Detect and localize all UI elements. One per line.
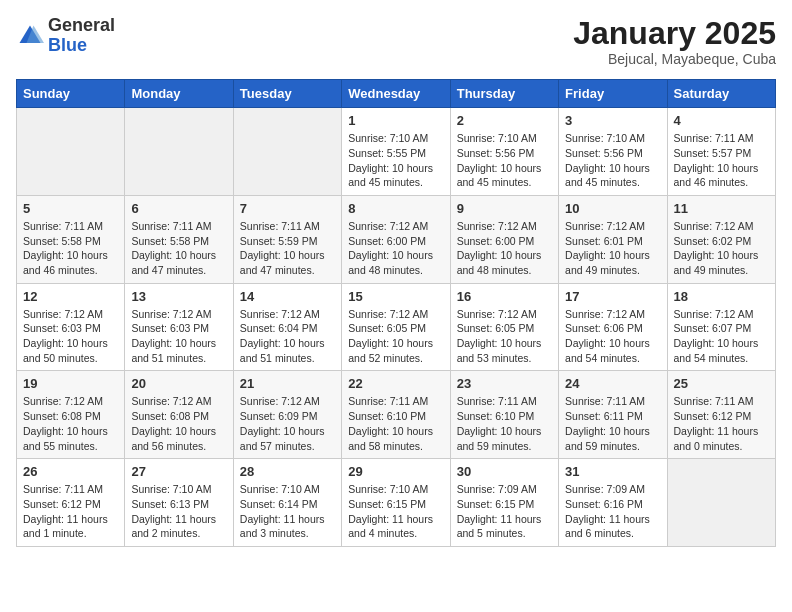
calendar-cell <box>125 108 233 196</box>
day-info: Sunrise: 7:11 AM Sunset: 5:59 PM Dayligh… <box>240 219 335 278</box>
calendar-cell: 11Sunrise: 7:12 AM Sunset: 6:02 PM Dayli… <box>667 195 775 283</box>
day-info: Sunrise: 7:11 AM Sunset: 5:57 PM Dayligh… <box>674 131 769 190</box>
calendar-cell <box>17 108 125 196</box>
day-info: Sunrise: 7:09 AM Sunset: 6:15 PM Dayligh… <box>457 482 552 541</box>
calendar-cell: 25Sunrise: 7:11 AM Sunset: 6:12 PM Dayli… <box>667 371 775 459</box>
day-info: Sunrise: 7:11 AM Sunset: 6:10 PM Dayligh… <box>457 394 552 453</box>
day-number: 22 <box>348 376 443 391</box>
day-number: 5 <box>23 201 118 216</box>
weekday-header-saturday: Saturday <box>667 80 775 108</box>
calendar-cell: 23Sunrise: 7:11 AM Sunset: 6:10 PM Dayli… <box>450 371 558 459</box>
day-info: Sunrise: 7:11 AM Sunset: 6:12 PM Dayligh… <box>674 394 769 453</box>
logo-icon <box>16 22 44 50</box>
logo-blue: Blue <box>48 36 115 56</box>
day-info: Sunrise: 7:12 AM Sunset: 6:03 PM Dayligh… <box>23 307 118 366</box>
calendar-cell: 12Sunrise: 7:12 AM Sunset: 6:03 PM Dayli… <box>17 283 125 371</box>
day-info: Sunrise: 7:12 AM Sunset: 6:01 PM Dayligh… <box>565 219 660 278</box>
day-number: 2 <box>457 113 552 128</box>
calendar-cell <box>667 459 775 547</box>
calendar-cell: 6Sunrise: 7:11 AM Sunset: 5:58 PM Daylig… <box>125 195 233 283</box>
day-info: Sunrise: 7:12 AM Sunset: 6:02 PM Dayligh… <box>674 219 769 278</box>
day-info: Sunrise: 7:12 AM Sunset: 6:08 PM Dayligh… <box>23 394 118 453</box>
day-number: 21 <box>240 376 335 391</box>
day-number: 4 <box>674 113 769 128</box>
calendar-cell: 16Sunrise: 7:12 AM Sunset: 6:05 PM Dayli… <box>450 283 558 371</box>
week-row-3: 12Sunrise: 7:12 AM Sunset: 6:03 PM Dayli… <box>17 283 776 371</box>
day-number: 30 <box>457 464 552 479</box>
weekday-header-tuesday: Tuesday <box>233 80 341 108</box>
day-info: Sunrise: 7:10 AM Sunset: 5:56 PM Dayligh… <box>457 131 552 190</box>
calendar-cell <box>233 108 341 196</box>
calendar-cell: 22Sunrise: 7:11 AM Sunset: 6:10 PM Dayli… <box>342 371 450 459</box>
calendar-cell: 9Sunrise: 7:12 AM Sunset: 6:00 PM Daylig… <box>450 195 558 283</box>
calendar-cell: 24Sunrise: 7:11 AM Sunset: 6:11 PM Dayli… <box>559 371 667 459</box>
calendar-cell: 15Sunrise: 7:12 AM Sunset: 6:05 PM Dayli… <box>342 283 450 371</box>
day-number: 14 <box>240 289 335 304</box>
calendar-cell: 19Sunrise: 7:12 AM Sunset: 6:08 PM Dayli… <box>17 371 125 459</box>
day-info: Sunrise: 7:12 AM Sunset: 6:05 PM Dayligh… <box>457 307 552 366</box>
calendar-cell: 13Sunrise: 7:12 AM Sunset: 6:03 PM Dayli… <box>125 283 233 371</box>
day-number: 19 <box>23 376 118 391</box>
calendar-cell: 10Sunrise: 7:12 AM Sunset: 6:01 PM Dayli… <box>559 195 667 283</box>
calendar-cell: 5Sunrise: 7:11 AM Sunset: 5:58 PM Daylig… <box>17 195 125 283</box>
calendar-cell: 7Sunrise: 7:11 AM Sunset: 5:59 PM Daylig… <box>233 195 341 283</box>
day-info: Sunrise: 7:11 AM Sunset: 6:10 PM Dayligh… <box>348 394 443 453</box>
day-info: Sunrise: 7:11 AM Sunset: 5:58 PM Dayligh… <box>131 219 226 278</box>
month-title: January 2025 <box>573 16 776 51</box>
day-number: 24 <box>565 376 660 391</box>
day-number: 26 <box>23 464 118 479</box>
calendar: SundayMondayTuesdayWednesdayThursdayFrid… <box>16 79 776 547</box>
day-number: 29 <box>348 464 443 479</box>
day-number: 3 <box>565 113 660 128</box>
day-info: Sunrise: 7:11 AM Sunset: 6:11 PM Dayligh… <box>565 394 660 453</box>
day-number: 13 <box>131 289 226 304</box>
weekday-header-thursday: Thursday <box>450 80 558 108</box>
calendar-cell: 27Sunrise: 7:10 AM Sunset: 6:13 PM Dayli… <box>125 459 233 547</box>
subtitle: Bejucal, Mayabeque, Cuba <box>573 51 776 67</box>
day-info: Sunrise: 7:12 AM Sunset: 6:00 PM Dayligh… <box>348 219 443 278</box>
calendar-cell: 21Sunrise: 7:12 AM Sunset: 6:09 PM Dayli… <box>233 371 341 459</box>
day-number: 11 <box>674 201 769 216</box>
weekday-header-row: SundayMondayTuesdayWednesdayThursdayFrid… <box>17 80 776 108</box>
calendar-cell: 2Sunrise: 7:10 AM Sunset: 5:56 PM Daylig… <box>450 108 558 196</box>
day-number: 15 <box>348 289 443 304</box>
calendar-cell: 18Sunrise: 7:12 AM Sunset: 6:07 PM Dayli… <box>667 283 775 371</box>
day-info: Sunrise: 7:10 AM Sunset: 6:14 PM Dayligh… <box>240 482 335 541</box>
weekday-header-friday: Friday <box>559 80 667 108</box>
day-number: 10 <box>565 201 660 216</box>
weekday-header-wednesday: Wednesday <box>342 80 450 108</box>
day-info: Sunrise: 7:10 AM Sunset: 6:15 PM Dayligh… <box>348 482 443 541</box>
day-number: 28 <box>240 464 335 479</box>
day-info: Sunrise: 7:10 AM Sunset: 6:13 PM Dayligh… <box>131 482 226 541</box>
day-info: Sunrise: 7:12 AM Sunset: 6:05 PM Dayligh… <box>348 307 443 366</box>
header: General Blue January 2025 Bejucal, Mayab… <box>16 16 776 67</box>
day-number: 25 <box>674 376 769 391</box>
day-number: 17 <box>565 289 660 304</box>
day-info: Sunrise: 7:12 AM Sunset: 6:00 PM Dayligh… <box>457 219 552 278</box>
calendar-cell: 26Sunrise: 7:11 AM Sunset: 6:12 PM Dayli… <box>17 459 125 547</box>
calendar-cell: 1Sunrise: 7:10 AM Sunset: 5:55 PM Daylig… <box>342 108 450 196</box>
calendar-cell: 14Sunrise: 7:12 AM Sunset: 6:04 PM Dayli… <box>233 283 341 371</box>
day-info: Sunrise: 7:10 AM Sunset: 5:56 PM Dayligh… <box>565 131 660 190</box>
week-row-4: 19Sunrise: 7:12 AM Sunset: 6:08 PM Dayli… <box>17 371 776 459</box>
day-number: 18 <box>674 289 769 304</box>
day-info: Sunrise: 7:10 AM Sunset: 5:55 PM Dayligh… <box>348 131 443 190</box>
day-info: Sunrise: 7:12 AM Sunset: 6:08 PM Dayligh… <box>131 394 226 453</box>
day-info: Sunrise: 7:12 AM Sunset: 6:09 PM Dayligh… <box>240 394 335 453</box>
day-number: 23 <box>457 376 552 391</box>
day-number: 20 <box>131 376 226 391</box>
weekday-header-sunday: Sunday <box>17 80 125 108</box>
calendar-cell: 8Sunrise: 7:12 AM Sunset: 6:00 PM Daylig… <box>342 195 450 283</box>
calendar-cell: 30Sunrise: 7:09 AM Sunset: 6:15 PM Dayli… <box>450 459 558 547</box>
week-row-1: 1Sunrise: 7:10 AM Sunset: 5:55 PM Daylig… <box>17 108 776 196</box>
day-info: Sunrise: 7:09 AM Sunset: 6:16 PM Dayligh… <box>565 482 660 541</box>
day-info: Sunrise: 7:11 AM Sunset: 5:58 PM Dayligh… <box>23 219 118 278</box>
day-number: 7 <box>240 201 335 216</box>
logo-general: General <box>48 16 115 36</box>
day-info: Sunrise: 7:12 AM Sunset: 6:06 PM Dayligh… <box>565 307 660 366</box>
week-row-5: 26Sunrise: 7:11 AM Sunset: 6:12 PM Dayli… <box>17 459 776 547</box>
day-number: 9 <box>457 201 552 216</box>
weekday-header-monday: Monday <box>125 80 233 108</box>
week-row-2: 5Sunrise: 7:11 AM Sunset: 5:58 PM Daylig… <box>17 195 776 283</box>
calendar-cell: 29Sunrise: 7:10 AM Sunset: 6:15 PM Dayli… <box>342 459 450 547</box>
